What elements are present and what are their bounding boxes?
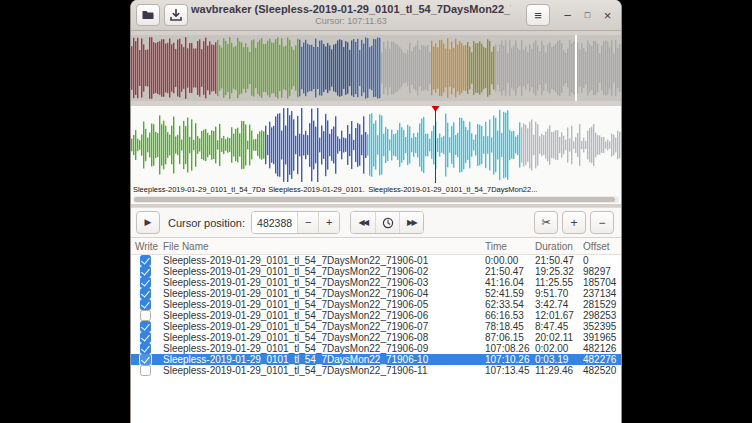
table-row[interactable]: Sleepless-2019-01-29_0101_tl_54_7DaysMon… [131,321,621,332]
table-row[interactable]: Sleepless-2019-01-29_0101_tl_54_7DaysMon… [131,343,621,354]
duration-cell: 3:42.74 [533,299,581,310]
write-cell [131,255,161,266]
break-tools: ✂ + − [534,211,614,234]
column-header-file-name[interactable]: File Name [161,241,483,252]
close-icon: × [604,9,612,22]
column-header-time[interactable]: Time [483,241,533,252]
table-row[interactable]: Sleepless-2019-01-29_0101_tl_54_7DaysMon… [131,310,621,321]
detail-waveform[interactable] [131,108,621,182]
write-checkbox[interactable] [140,266,151,277]
write-checkbox[interactable] [140,332,151,343]
time-cell: 107:13.45 [483,365,533,376]
minimize-icon: – [564,9,571,21]
table-body: Sleepless-2019-01-29_0101_tl_54_7DaysMon… [131,255,621,376]
table-row[interactable]: Sleepless-2019-01-29_0101_tl_54_7DaysMon… [131,365,621,376]
write-cell [131,299,161,310]
save-button[interactable] [164,4,188,26]
close-button[interactable]: × [599,7,616,24]
add-icon: + [570,217,577,229]
cursor-decrement-button[interactable]: − [297,212,318,233]
track-label: Sleepless-2019-01-29_0101_tl_54_7Days... [133,185,265,194]
duration-cell: 0:03.19 [533,354,581,365]
table-row[interactable]: Sleepless-2019-01-29_0101_tl_54_7DaysMon… [131,266,621,277]
detail-view[interactable]: Sleepless-2019-01-29_0101_tl_54_7Days...… [131,106,621,204]
maximize-button[interactable]: □ [579,7,596,24]
seek-forward-icon: ▶▶ [407,219,416,227]
screen: { "colors": { "accent": "#3584e4", "sele… [0,0,752,423]
file-name-cell: Sleepless-2019-01-29_0101_tl_54_7DaysMon… [161,354,483,365]
offset-cell: 237134 [581,288,621,299]
cursor-increment-button[interactable]: + [318,212,339,233]
title-block: wavbreaker (Sleepless-2019-01-29_0101_tl… [191,3,511,27]
column-header-duration[interactable]: Duration [533,241,581,252]
detail-cursor-marker [431,106,439,112]
overview-waveform[interactable] [131,35,621,101]
write-checkbox[interactable] [140,354,151,365]
write-cell [131,332,161,343]
menu-button[interactable]: ≡ [526,4,550,26]
table-row[interactable]: Sleepless-2019-01-29_0101_tl_54_7DaysMon… [131,277,621,288]
seek-forward-button[interactable]: ▶▶ [399,212,423,233]
horizontal-scrollbar[interactable] [133,196,619,203]
cursor-position-spinbox[interactable]: 482388 − + [251,211,340,234]
play-button[interactable]: ▶ [136,211,160,234]
plus-icon: + [326,217,332,228]
table-row[interactable]: Sleepless-2019-01-29_0101_tl_54_7DaysMon… [131,255,621,266]
cursor-position-input[interactable]: 482388 [252,212,297,233]
minimize-button[interactable]: – [559,7,576,24]
remove-break-button[interactable]: − [590,211,614,234]
column-header-offset[interactable]: Offset [581,241,621,252]
write-cell [131,321,161,332]
write-checkbox[interactable] [140,277,151,288]
table-row[interactable]: Sleepless-2019-01-29_0101_tl_54_7DaysMon… [131,299,621,310]
window-controls: ≡ – □ × [526,4,616,26]
maximize-icon: □ [585,11,590,20]
offset-cell: 298253 [581,310,621,321]
offset-cell: 391965 [581,332,621,343]
write-cell [131,343,161,354]
write-checkbox[interactable] [140,321,151,332]
time-cell: 52:41.59 [483,288,533,299]
write-checkbox[interactable] [140,255,151,266]
titlebar[interactable]: wavbreaker (Sleepless-2019-01-29_0101_tl… [131,0,621,31]
scissors-icon: ✂ [541,217,550,228]
file-name-cell: Sleepless-2019-01-29_0101_tl_54_7DaysMon… [161,321,483,332]
duration-cell: 12:01.67 [533,310,581,321]
write-cell [131,365,161,376]
write-checkbox[interactable] [140,343,151,354]
write-checkbox[interactable] [140,365,151,376]
seek-button-group: ◀◀ ▶▶ [350,211,424,234]
file-name-cell: Sleepless-2019-01-29_0101_tl_54_7DaysMon… [161,266,483,277]
write-cell [131,310,161,321]
minus-icon: − [305,217,311,228]
table-row[interactable]: Sleepless-2019-01-29_0101_tl_54_7DaysMon… [131,354,621,365]
track-list-header[interactable]: Write File Name Time Duration Offset [131,238,621,255]
column-header-write[interactable]: Write [131,241,161,252]
cursor-status: Cursor: 107:11.63 [191,16,511,27]
seek-backward-button[interactable]: ◀◀ [351,212,375,233]
jump-to-time-button[interactable] [375,212,399,233]
window-title: wavbreaker (Sleepless-2019-01-29_0101_tl… [191,3,511,16]
add-break-button[interactable]: + [562,211,586,234]
offset-cell: 185704 [581,277,621,288]
file-name-cell: Sleepless-2019-01-29_0101_tl_54_7DaysMon… [161,365,483,376]
time-cell: 107:10.26 [483,354,533,365]
offset-cell: 482126 [581,343,621,354]
scrollbar-handle[interactable] [134,197,615,202]
split-button[interactable]: ✂ [534,211,558,234]
time-cell: 0:00.00 [483,255,533,266]
table-row[interactable]: Sleepless-2019-01-29_0101_tl_54_7DaysMon… [131,332,621,343]
open-file-button[interactable] [136,4,160,26]
duration-cell: 0:02.00 [533,343,581,354]
write-checkbox[interactable] [140,299,151,310]
write-checkbox[interactable] [140,288,151,299]
time-cell: 21:50.47 [483,266,533,277]
table-row[interactable]: Sleepless-2019-01-29_0101_tl_54_7DaysMon… [131,288,621,299]
offset-cell: 98297 [581,266,621,277]
duration-cell: 11:29.46 [533,365,581,376]
track-list: Write File Name Time Duration Offset Sle… [131,238,621,423]
file-name-cell: Sleepless-2019-01-29_0101_tl_54_7DaysMon… [161,332,483,343]
time-cell: 107:08.26 [483,343,533,354]
write-cell [131,354,161,365]
write-checkbox[interactable] [140,310,151,321]
